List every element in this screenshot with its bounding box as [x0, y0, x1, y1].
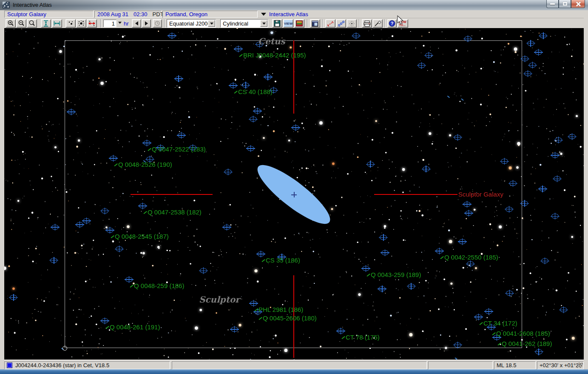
- display-filters-button[interactable]: [294, 19, 304, 28]
- quasar-marker-icon[interactable]: [560, 307, 567, 312]
- quasar-marker-icon[interactable]: [254, 108, 261, 114]
- quasar-marker-icon[interactable]: [467, 261, 474, 266]
- field-width-button[interactable]: [87, 19, 97, 28]
- quasar-marker-icon[interactable]: [541, 258, 548, 263]
- save-chart-button[interactable]: [272, 19, 282, 28]
- quasar-marker-icon[interactable]: [501, 159, 508, 164]
- time-step-value[interactable]: 1: [103, 20, 116, 27]
- quasar-marker-icon[interactable]: [509, 181, 517, 186]
- quasar-marker-icon[interactable]: [465, 211, 472, 216]
- fit-horizontal-button[interactable]: [52, 19, 62, 28]
- quasar-marker-icon[interactable]: [235, 46, 242, 51]
- quasar-marker-icon[interactable]: [521, 201, 528, 206]
- quasar-marker-icon[interactable]: [168, 33, 176, 38]
- resize-grip[interactable]: [577, 363, 582, 368]
- quasar-marker-icon[interactable]: [423, 166, 430, 171]
- quasar-marker-icon[interactable]: [125, 277, 133, 282]
- quasar-marker-icon[interactable]: [381, 250, 389, 255]
- fit-vertical-button[interactable]: [41, 19, 51, 28]
- star-chart[interactable]: BRI J0048-2442 (195)CS 40 (188)Q 0047-25…: [4, 28, 584, 360]
- quasar-marker-icon[interactable]: [247, 146, 254, 151]
- projection-combobox[interactable]: Cylindrical: [220, 19, 268, 28]
- quasar-marker-icon[interactable]: [76, 222, 83, 227]
- quasar-marker-icon[interactable]: [408, 284, 415, 289]
- step-forward-button[interactable]: [142, 19, 151, 28]
- quasar-marker-icon[interactable]: [554, 176, 561, 181]
- step-back-button[interactable]: [132, 19, 141, 28]
- quasar-marker-icon[interactable]: [539, 186, 546, 191]
- minimize-button[interactable]: [546, 0, 559, 8]
- quasar-marker-icon[interactable]: [464, 36, 472, 41]
- quasar-marker-icon[interactable]: [367, 162, 374, 167]
- maximize-button[interactable]: [559, 0, 571, 8]
- quasar-marker-icon[interactable]: [378, 286, 386, 291]
- star-cluster-button[interactable]: [347, 19, 357, 28]
- quasar-marker-icon[interactable]: [10, 295, 17, 300]
- quasar-marker-icon[interactable]: [292, 125, 299, 130]
- quasar-marker-icon[interactable]: [223, 225, 230, 230]
- quasar-marker-icon[interactable]: [116, 246, 123, 251]
- quasar-marker-icon[interactable]: [178, 133, 185, 138]
- quasar-marker-icon[interactable]: [568, 134, 576, 139]
- quasar-marker-icon[interactable]: [230, 83, 237, 88]
- time-step-dropdown[interactable]: [118, 22, 122, 24]
- quasar-marker-icon[interactable]: [506, 207, 513, 212]
- find-button[interactable]: [27, 19, 37, 28]
- quasar-marker-icon[interactable]: [521, 56, 528, 61]
- quasar-marker-icon[interactable]: [50, 258, 57, 263]
- quasar-marker-icon[interactable]: [535, 349, 543, 354]
- combo-drop-button[interactable]: [208, 20, 215, 27]
- fov-corner-handle[interactable]: [62, 346, 67, 351]
- quasar-marker-icon[interactable]: [475, 314, 482, 320]
- quasar-marker-icon[interactable]: [264, 74, 272, 80]
- quasar-marker-icon[interactable]: [106, 228, 114, 233]
- quasar-marker-icon[interactable]: [143, 140, 151, 146]
- location-field[interactable]: Portland, Oregon: [162, 11, 258, 18]
- zoom-out-button[interactable]: [16, 19, 26, 28]
- pointer-tool-button[interactable]: [372, 19, 383, 28]
- quasar-marker-icon[interactable]: [250, 301, 257, 306]
- quasar-marker-icon[interactable]: [506, 291, 513, 296]
- quasar-marker-icon[interactable]: [200, 268, 207, 273]
- quasar-marker-icon[interactable]: [436, 248, 443, 254]
- quasar-marker-icon[interactable]: [83, 218, 90, 223]
- quasar-marker-icon[interactable]: [51, 225, 59, 230]
- quasar-marker-icon[interactable]: [101, 208, 108, 214]
- view-selector-dropdown[interactable]: Interactive Atlas: [261, 11, 308, 18]
- quasar-marker-icon[interactable]: [110, 156, 117, 161]
- coordinate-system-combobox[interactable]: Equatorial J2000: [167, 19, 216, 28]
- quasar-marker-icon[interactable]: [454, 135, 461, 140]
- quasar-marker-icon[interactable]: [257, 251, 264, 257]
- object-path-button[interactable]: [336, 19, 346, 28]
- quasar-marker-icon[interactable]: [68, 109, 75, 114]
- quasar-marker-icon[interactable]: [380, 235, 387, 240]
- quasar-marker-icon[interactable]: [535, 50, 542, 55]
- quasar-marker-icon[interactable]: [362, 266, 369, 271]
- combo-drop-button[interactable]: [260, 20, 267, 27]
- quasar-marker-icon[interactable]: [425, 53, 432, 58]
- quasar-marker-icon[interactable]: [555, 137, 562, 143]
- quasar-marker-icon[interactable]: [459, 239, 466, 244]
- close-button[interactable]: [571, 0, 585, 8]
- datetime-field[interactable]: 2008 Aug 31 02:30 PDT: [94, 11, 162, 18]
- quasar-marker-icon[interactable]: [139, 203, 146, 208]
- quasar-marker-icon[interactable]: [463, 202, 471, 207]
- quasar-marker-icon[interactable]: [551, 153, 559, 158]
- realtime-clock-button[interactable]: [153, 19, 162, 28]
- chart-window-button[interactable]: [310, 19, 320, 28]
- quasar-marker-icon[interactable]: [418, 63, 425, 68]
- angular-measure-button[interactable]: [325, 19, 335, 28]
- view-settings-button[interactable]: VIEW: [283, 19, 293, 28]
- quasar-marker-icon[interactable]: [527, 41, 534, 46]
- quasar-marker-icon[interactable]: [231, 327, 238, 332]
- target-name-field[interactable]: Sculptor Galaxy: [4, 11, 94, 18]
- quasar-marker-icon[interactable]: [337, 328, 344, 334]
- quasar-marker-icon[interactable]: [540, 33, 547, 38]
- quasar-marker-icon[interactable]: [454, 343, 461, 348]
- quasar-marker-icon[interactable]: [224, 169, 232, 174]
- help-button[interactable]: ?: [387, 19, 397, 28]
- quasar-marker-icon[interactable]: [352, 33, 360, 38]
- title-bar[interactable]: Interactive Atlas: [0, 0, 588, 10]
- more-stars-button[interactable]: [76, 19, 86, 28]
- quasar-marker-icon[interactable]: [242, 83, 249, 88]
